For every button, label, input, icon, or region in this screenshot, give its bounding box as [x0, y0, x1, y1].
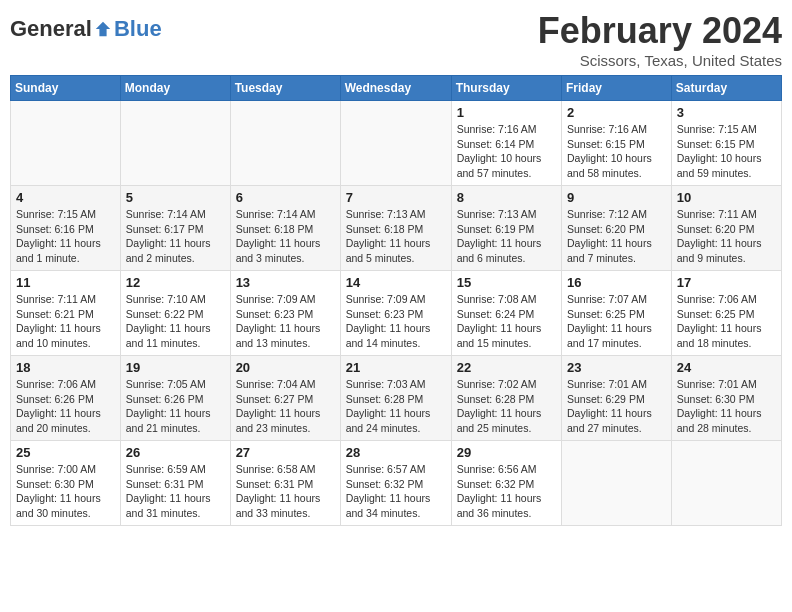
day-info: Sunrise: 7:05 AM Sunset: 6:26 PM Dayligh… — [126, 377, 225, 436]
day-header-thursday: Thursday — [451, 76, 561, 101]
day-number: 6 — [236, 190, 335, 205]
calendar-cell: 13Sunrise: 7:09 AM Sunset: 6:23 PM Dayli… — [230, 271, 340, 356]
day-number: 18 — [16, 360, 115, 375]
calendar-cell: 14Sunrise: 7:09 AM Sunset: 6:23 PM Dayli… — [340, 271, 451, 356]
day-info: Sunrise: 7:16 AM Sunset: 6:14 PM Dayligh… — [457, 122, 556, 181]
calendar-cell: 19Sunrise: 7:05 AM Sunset: 6:26 PM Dayli… — [120, 356, 230, 441]
day-number: 12 — [126, 275, 225, 290]
day-info: Sunrise: 7:06 AM Sunset: 6:26 PM Dayligh… — [16, 377, 115, 436]
day-info: Sunrise: 7:11 AM Sunset: 6:21 PM Dayligh… — [16, 292, 115, 351]
day-number: 5 — [126, 190, 225, 205]
calendar-cell: 25Sunrise: 7:00 AM Sunset: 6:30 PM Dayli… — [11, 441, 121, 526]
day-number: 20 — [236, 360, 335, 375]
day-info: Sunrise: 7:00 AM Sunset: 6:30 PM Dayligh… — [16, 462, 115, 521]
day-number: 17 — [677, 275, 776, 290]
calendar-cell: 10Sunrise: 7:11 AM Sunset: 6:20 PM Dayli… — [671, 186, 781, 271]
day-info: Sunrise: 7:03 AM Sunset: 6:28 PM Dayligh… — [346, 377, 446, 436]
day-number: 9 — [567, 190, 666, 205]
calendar-cell: 2Sunrise: 7:16 AM Sunset: 6:15 PM Daylig… — [562, 101, 672, 186]
day-info: Sunrise: 6:58 AM Sunset: 6:31 PM Dayligh… — [236, 462, 335, 521]
day-number: 13 — [236, 275, 335, 290]
logo-general-text: General — [10, 16, 92, 42]
day-info: Sunrise: 7:01 AM Sunset: 6:30 PM Dayligh… — [677, 377, 776, 436]
calendar-cell — [671, 441, 781, 526]
calendar-cell: 5Sunrise: 7:14 AM Sunset: 6:17 PM Daylig… — [120, 186, 230, 271]
calendar-cell: 1Sunrise: 7:16 AM Sunset: 6:14 PM Daylig… — [451, 101, 561, 186]
week-row-1: 4Sunrise: 7:15 AM Sunset: 6:16 PM Daylig… — [11, 186, 782, 271]
day-number: 1 — [457, 105, 556, 120]
day-info: Sunrise: 7:10 AM Sunset: 6:22 PM Dayligh… — [126, 292, 225, 351]
calendar-cell: 20Sunrise: 7:04 AM Sunset: 6:27 PM Dayli… — [230, 356, 340, 441]
calendar-cell: 4Sunrise: 7:15 AM Sunset: 6:16 PM Daylig… — [11, 186, 121, 271]
day-info: Sunrise: 7:11 AM Sunset: 6:20 PM Dayligh… — [677, 207, 776, 266]
calendar-cell — [340, 101, 451, 186]
calendar-cell — [120, 101, 230, 186]
calendar-cell: 27Sunrise: 6:58 AM Sunset: 6:31 PM Dayli… — [230, 441, 340, 526]
day-number: 7 — [346, 190, 446, 205]
day-info: Sunrise: 7:14 AM Sunset: 6:17 PM Dayligh… — [126, 207, 225, 266]
week-row-4: 25Sunrise: 7:00 AM Sunset: 6:30 PM Dayli… — [11, 441, 782, 526]
day-info: Sunrise: 7:13 AM Sunset: 6:18 PM Dayligh… — [346, 207, 446, 266]
calendar-cell: 26Sunrise: 6:59 AM Sunset: 6:31 PM Dayli… — [120, 441, 230, 526]
calendar-cell: 6Sunrise: 7:14 AM Sunset: 6:18 PM Daylig… — [230, 186, 340, 271]
location-subtitle: Scissors, Texas, United States — [538, 52, 782, 69]
day-info: Sunrise: 7:09 AM Sunset: 6:23 PM Dayligh… — [346, 292, 446, 351]
calendar-cell: 16Sunrise: 7:07 AM Sunset: 6:25 PM Dayli… — [562, 271, 672, 356]
day-header-saturday: Saturday — [671, 76, 781, 101]
day-number: 22 — [457, 360, 556, 375]
calendar-cell: 7Sunrise: 7:13 AM Sunset: 6:18 PM Daylig… — [340, 186, 451, 271]
day-info: Sunrise: 7:15 AM Sunset: 6:16 PM Dayligh… — [16, 207, 115, 266]
calendar-cell: 23Sunrise: 7:01 AM Sunset: 6:29 PM Dayli… — [562, 356, 672, 441]
day-info: Sunrise: 7:06 AM Sunset: 6:25 PM Dayligh… — [677, 292, 776, 351]
header: General Blue February 2024 Scissors, Tex… — [10, 10, 782, 69]
day-info: Sunrise: 7:04 AM Sunset: 6:27 PM Dayligh… — [236, 377, 335, 436]
logo: General Blue — [10, 10, 162, 42]
calendar-table: SundayMondayTuesdayWednesdayThursdayFrid… — [10, 75, 782, 526]
day-number: 27 — [236, 445, 335, 460]
day-number: 8 — [457, 190, 556, 205]
day-info: Sunrise: 7:07 AM Sunset: 6:25 PM Dayligh… — [567, 292, 666, 351]
day-info: Sunrise: 7:12 AM Sunset: 6:20 PM Dayligh… — [567, 207, 666, 266]
logo-blue-text: Blue — [114, 16, 162, 42]
day-number: 21 — [346, 360, 446, 375]
day-info: Sunrise: 6:56 AM Sunset: 6:32 PM Dayligh… — [457, 462, 556, 521]
day-info: Sunrise: 7:09 AM Sunset: 6:23 PM Dayligh… — [236, 292, 335, 351]
calendar-cell: 9Sunrise: 7:12 AM Sunset: 6:20 PM Daylig… — [562, 186, 672, 271]
week-row-2: 11Sunrise: 7:11 AM Sunset: 6:21 PM Dayli… — [11, 271, 782, 356]
day-info: Sunrise: 7:01 AM Sunset: 6:29 PM Dayligh… — [567, 377, 666, 436]
day-header-wednesday: Wednesday — [340, 76, 451, 101]
day-number: 15 — [457, 275, 556, 290]
calendar-cell — [230, 101, 340, 186]
day-header-tuesday: Tuesday — [230, 76, 340, 101]
month-title: February 2024 — [538, 10, 782, 52]
calendar-cell: 28Sunrise: 6:57 AM Sunset: 6:32 PM Dayli… — [340, 441, 451, 526]
calendar-cell: 22Sunrise: 7:02 AM Sunset: 6:28 PM Dayli… — [451, 356, 561, 441]
logo-icon — [94, 20, 112, 38]
calendar-cell: 8Sunrise: 7:13 AM Sunset: 6:19 PM Daylig… — [451, 186, 561, 271]
day-header-friday: Friday — [562, 76, 672, 101]
day-info: Sunrise: 7:14 AM Sunset: 6:18 PM Dayligh… — [236, 207, 335, 266]
day-number: 24 — [677, 360, 776, 375]
calendar-cell: 15Sunrise: 7:08 AM Sunset: 6:24 PM Dayli… — [451, 271, 561, 356]
day-number: 23 — [567, 360, 666, 375]
calendar-cell: 17Sunrise: 7:06 AM Sunset: 6:25 PM Dayli… — [671, 271, 781, 356]
day-number: 11 — [16, 275, 115, 290]
calendar-header: SundayMondayTuesdayWednesdayThursdayFrid… — [11, 76, 782, 101]
calendar-body: 1Sunrise: 7:16 AM Sunset: 6:14 PM Daylig… — [11, 101, 782, 526]
day-number: 14 — [346, 275, 446, 290]
calendar-cell: 24Sunrise: 7:01 AM Sunset: 6:30 PM Dayli… — [671, 356, 781, 441]
day-info: Sunrise: 7:15 AM Sunset: 6:15 PM Dayligh… — [677, 122, 776, 181]
svg-marker-0 — [96, 22, 110, 36]
day-number: 19 — [126, 360, 225, 375]
week-row-3: 18Sunrise: 7:06 AM Sunset: 6:26 PM Dayli… — [11, 356, 782, 441]
day-number: 10 — [677, 190, 776, 205]
day-info: Sunrise: 6:59 AM Sunset: 6:31 PM Dayligh… — [126, 462, 225, 521]
day-info: Sunrise: 7:08 AM Sunset: 6:24 PM Dayligh… — [457, 292, 556, 351]
day-number: 29 — [457, 445, 556, 460]
day-number: 25 — [16, 445, 115, 460]
day-number: 3 — [677, 105, 776, 120]
calendar-cell — [11, 101, 121, 186]
day-number: 28 — [346, 445, 446, 460]
calendar-cell: 11Sunrise: 7:11 AM Sunset: 6:21 PM Dayli… — [11, 271, 121, 356]
day-info: Sunrise: 7:02 AM Sunset: 6:28 PM Dayligh… — [457, 377, 556, 436]
